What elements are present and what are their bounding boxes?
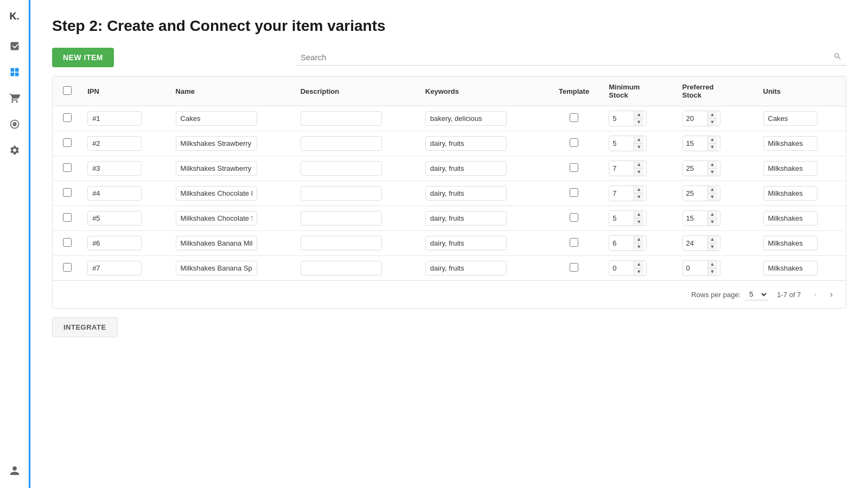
name-input[interactable]	[176, 261, 257, 275]
units-input[interactable]	[763, 136, 818, 151]
rows-per-page-select[interactable]: 5 10 25 50	[745, 288, 768, 300]
pref-stock-down[interactable]: ▼	[708, 268, 717, 275]
keywords-input[interactable]	[425, 211, 507, 226]
ipn-input[interactable]	[87, 236, 142, 251]
pref-stock-input[interactable]	[683, 236, 707, 250]
ipn-input[interactable]	[87, 136, 142, 151]
pref-stock-input[interactable]	[683, 187, 707, 200]
units-input[interactable]	[763, 261, 818, 275]
min-stock-input[interactable]	[609, 211, 634, 225]
min-stock-down[interactable]: ▼	[634, 218, 643, 226]
template-checkbox[interactable]	[570, 138, 578, 147]
pref-stock-up[interactable]: ▲	[708, 186, 717, 193]
min-stock-input[interactable]	[609, 162, 634, 175]
row-select-checkbox[interactable]	[63, 138, 72, 147]
next-page-button[interactable]: ›	[826, 287, 837, 301]
min-stock-up[interactable]: ▲	[634, 186, 643, 193]
row-select-checkbox[interactable]	[63, 113, 72, 122]
keywords-input[interactable]	[425, 236, 507, 251]
template-checkbox[interactable]	[570, 238, 578, 247]
description-input[interactable]	[301, 261, 382, 275]
units-input[interactable]	[763, 186, 818, 201]
description-input[interactable]	[301, 111, 382, 126]
min-stock-up[interactable]: ▲	[634, 261, 643, 268]
sidebar-item-analytics[interactable]	[4, 35, 25, 57]
template-checkbox[interactable]	[570, 263, 578, 272]
name-input[interactable]	[176, 161, 257, 176]
min-stock-down[interactable]: ▼	[634, 118, 643, 126]
keywords-input[interactable]	[425, 186, 507, 201]
description-input[interactable]	[301, 136, 382, 151]
min-stock-up[interactable]: ▲	[634, 161, 643, 168]
min-stock-up[interactable]: ▲	[634, 211, 643, 218]
min-stock-down[interactable]: ▼	[634, 193, 643, 201]
pref-stock-input[interactable]	[683, 162, 707, 175]
template-checkbox[interactable]	[570, 113, 578, 122]
template-checkbox[interactable]	[570, 163, 578, 172]
pref-stock-input[interactable]	[683, 211, 707, 225]
pref-stock-up[interactable]: ▲	[708, 161, 717, 168]
min-stock-input[interactable]	[609, 236, 634, 250]
description-input[interactable]	[301, 211, 382, 226]
row-select-checkbox[interactable]	[63, 263, 72, 272]
min-stock-input[interactable]	[609, 261, 634, 275]
sidebar-item-user[interactable]	[4, 460, 25, 481]
sidebar-item-dashboard[interactable]	[4, 61, 25, 83]
min-stock-up[interactable]: ▲	[634, 236, 643, 243]
ipn-input[interactable]	[87, 211, 142, 226]
pref-stock-down[interactable]: ▼	[708, 143, 717, 151]
pref-stock-down[interactable]: ▼	[708, 168, 717, 176]
pref-stock-up[interactable]: ▲	[708, 236, 717, 243]
ipn-input[interactable]	[87, 161, 142, 176]
description-input[interactable]	[301, 161, 382, 176]
min-stock-input[interactable]	[609, 187, 634, 200]
new-item-button[interactable]: NEW ITEM	[52, 48, 114, 67]
units-input[interactable]	[763, 236, 818, 251]
ipn-input[interactable]	[87, 261, 142, 275]
pref-stock-input[interactable]	[683, 261, 707, 275]
units-input[interactable]	[763, 211, 818, 226]
min-stock-down[interactable]: ▼	[634, 168, 643, 176]
name-input[interactable]	[176, 186, 257, 201]
pref-stock-down[interactable]: ▼	[708, 193, 717, 201]
pref-stock-up[interactable]: ▲	[708, 136, 717, 143]
min-stock-up[interactable]: ▲	[634, 111, 643, 118]
row-select-checkbox[interactable]	[63, 163, 72, 172]
keywords-input[interactable]	[425, 111, 507, 126]
select-all-checkbox[interactable]	[63, 86, 72, 95]
pref-stock-down[interactable]: ▼	[708, 243, 717, 251]
template-checkbox[interactable]	[570, 213, 578, 222]
pref-stock-down[interactable]: ▼	[708, 218, 717, 226]
name-input[interactable]	[176, 211, 257, 226]
description-input[interactable]	[301, 236, 382, 251]
pref-stock-down[interactable]: ▼	[708, 118, 717, 126]
min-stock-input[interactable]	[609, 137, 634, 150]
ipn-input[interactable]	[87, 111, 142, 126]
sidebar-item-target[interactable]	[4, 113, 25, 135]
min-stock-input[interactable]	[609, 112, 634, 125]
integrate-button[interactable]: INTEGRATE	[52, 317, 118, 337]
name-input[interactable]	[176, 111, 257, 126]
name-input[interactable]	[176, 236, 257, 251]
description-input[interactable]	[301, 186, 382, 201]
search-input[interactable]	[301, 53, 833, 62]
pref-stock-up[interactable]: ▲	[708, 111, 717, 118]
min-stock-down[interactable]: ▼	[634, 243, 643, 251]
row-select-checkbox[interactable]	[63, 238, 72, 247]
pref-stock-input[interactable]	[683, 112, 707, 125]
template-checkbox[interactable]	[570, 188, 578, 197]
min-stock-up[interactable]: ▲	[634, 136, 643, 143]
min-stock-down[interactable]: ▼	[634, 268, 643, 275]
min-stock-down[interactable]: ▼	[634, 143, 643, 151]
units-input[interactable]	[763, 111, 818, 126]
pref-stock-up[interactable]: ▲	[708, 261, 717, 268]
sidebar-item-settings[interactable]	[4, 139, 25, 161]
keywords-input[interactable]	[425, 261, 507, 275]
pref-stock-up[interactable]: ▲	[708, 211, 717, 218]
row-select-checkbox[interactable]	[63, 188, 72, 197]
row-select-checkbox[interactable]	[63, 213, 72, 222]
keywords-input[interactable]	[425, 136, 507, 151]
prev-page-button[interactable]: ‹	[809, 287, 821, 301]
sidebar-item-cart[interactable]	[4, 87, 25, 109]
units-input[interactable]	[763, 161, 818, 176]
